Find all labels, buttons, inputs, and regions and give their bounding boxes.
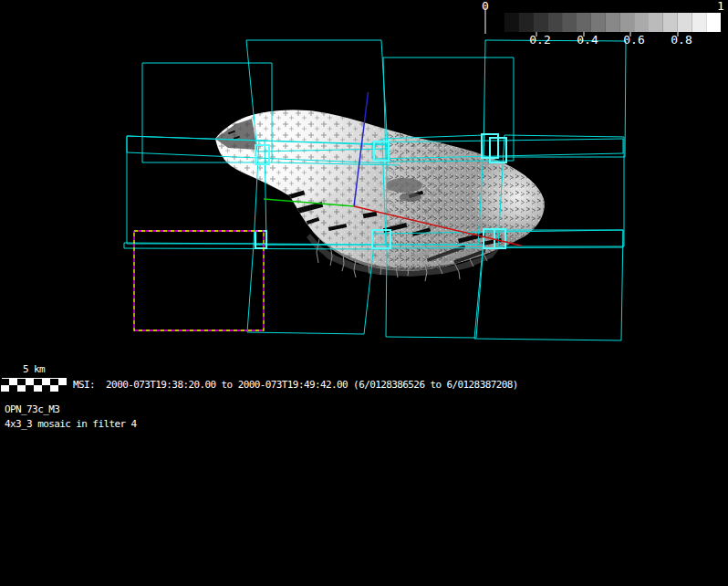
- colorbar-tick-label: 0.8: [670, 34, 693, 46]
- colorbar-tick-label: 0.6: [622, 34, 646, 46]
- colorbar-tick-label: 0.4: [576, 34, 599, 46]
- mosaic-display[interactable]: [0, 0, 728, 586]
- asteroid-render: [192, 100, 563, 281]
- observation-time-range: 2000-073T19:38:20.00 to 2000-073T19:49:4…: [106, 379, 518, 391]
- selected-frame: [134, 231, 264, 330]
- colorbar-ticks: [536, 32, 678, 37]
- scale-bar: [1, 378, 67, 392]
- mosaic-description: 4x3_3 mosaic in filter 4: [5, 418, 137, 430]
- scale-bar-checkerboard: [1, 379, 67, 392]
- instrument-label: MSI:: [73, 379, 95, 391]
- scale-bar-label: 5 km: [11, 363, 57, 375]
- colorbar-gradient-steps: [490, 13, 721, 32]
- observation-id: OPN_73c_M3: [5, 403, 59, 415]
- colorbar-min-label: 0: [478, 0, 493, 12]
- colorbar-max-label: 1: [713, 0, 728, 12]
- highlight-frame: [255, 231, 266, 248]
- colorbar-tick-label: 0.2: [528, 34, 552, 46]
- mosaic-planning-screen: 0 1 0.2 0.4 0.6 0.8 5 km MSI:2000-073T19…: [0, 0, 728, 586]
- status-line: MSI:2000-073T19:38:20.00 to 2000-073T19:…: [73, 379, 518, 391]
